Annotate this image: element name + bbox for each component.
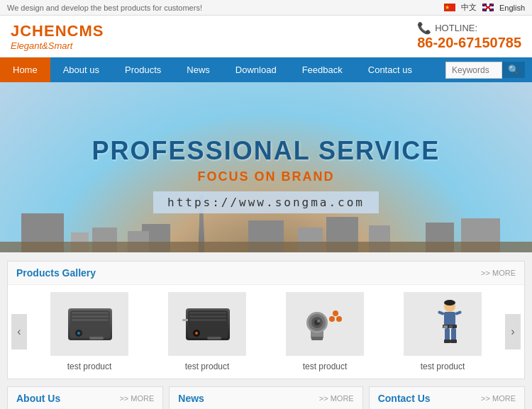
- nav-news[interactable]: News: [174, 57, 223, 82]
- hero-banner: PROFESSIONAL SERVICE FOCUS ON BRAND http…: [0, 82, 532, 252]
- phone-icon: 📞: [417, 21, 431, 35]
- svg-point-24: [329, 316, 335, 322]
- nav-download[interactable]: Download: [223, 57, 289, 82]
- product-label-3: test product: [279, 362, 371, 371]
- svg-rect-32: [438, 310, 445, 315]
- contact-us-section: Contact Us >> MORE: [369, 386, 525, 409]
- nav-contact[interactable]: Contact us: [355, 57, 425, 82]
- svg-rect-10: [189, 312, 226, 314]
- products-grid: test product: [27, 292, 505, 371]
- svg-point-23: [317, 320, 320, 323]
- svg-rect-31: [451, 328, 456, 341]
- product-label-4: test product: [397, 362, 489, 371]
- product-image-3: [286, 292, 364, 356]
- svg-rect-37: [450, 340, 457, 343]
- contact-us-title: Contact Us: [378, 393, 431, 404]
- news-title: News: [178, 393, 204, 404]
- svg-rect-16: [207, 337, 221, 340]
- product-item-4: test product: [397, 292, 489, 371]
- contact-us-header: Contact Us >> MORE: [370, 387, 524, 409]
- svg-point-6: [77, 332, 80, 335]
- hotline-label: 📞 HOTLINE:: [417, 21, 521, 35]
- flag-en-icon: [482, 4, 494, 11]
- bottom-sections: About Us >> MORE JchenCMS website system…: [7, 386, 525, 409]
- svg-point-38: [444, 300, 455, 306]
- news-section: News >> MORE The rise in oil prices stim…: [169, 386, 362, 409]
- language-switcher: 中文 English: [444, 2, 525, 13]
- lang-cn-button[interactable]: 中文: [461, 2, 477, 13]
- product-svg-1: [57, 298, 121, 351]
- search-area: 🔍: [438, 58, 532, 82]
- svg-rect-7: [89, 337, 104, 340]
- svg-rect-2: [72, 312, 109, 314]
- header: JCHENCMS Elegant&Smart 📞 HOTLINE: 86-20-…: [0, 16, 532, 57]
- nav-about[interactable]: About us: [50, 57, 112, 82]
- product-item-1: test product: [43, 292, 135, 371]
- contact-us-more-link[interactable]: >> MORE: [481, 394, 516, 403]
- svg-rect-35: [449, 325, 453, 328]
- products-gallery-title: Products Gallery: [16, 267, 96, 279]
- svg-rect-4: [72, 319, 109, 321]
- products-carousel: ‹: [8, 285, 524, 379]
- carousel-prev-button[interactable]: ‹: [11, 314, 27, 349]
- about-us-more-link[interactable]: >> MORE: [119, 394, 154, 403]
- search-button[interactable]: 🔍: [502, 62, 525, 78]
- carousel-next-button[interactable]: ›: [505, 314, 521, 349]
- nav-products[interactable]: Products: [112, 57, 174, 82]
- nav-home[interactable]: Home: [0, 57, 50, 82]
- svg-rect-30: [445, 328, 450, 341]
- tagline: We design and develop the best products …: [7, 4, 202, 12]
- product-image-1: [50, 292, 128, 356]
- main-content: Products Gallery >> MORE ‹: [0, 252, 532, 409]
- logo: JCHENCMS Elegant&Smart: [11, 22, 104, 51]
- svg-rect-36: [444, 340, 450, 343]
- about-us-section: About Us >> MORE JchenCMS website system…: [7, 386, 163, 409]
- product-svg-3: [293, 298, 357, 351]
- svg-rect-11: [189, 315, 226, 318]
- svg-rect-15: [182, 319, 188, 321]
- svg-point-14: [195, 332, 198, 335]
- product-image-2: [168, 292, 246, 356]
- main-nav: Home About us Products News Download Fee…: [0, 57, 532, 82]
- hotline-number: 86-20-67150785: [417, 35, 521, 51]
- product-item-2: test product: [161, 292, 253, 371]
- product-svg-2: [175, 298, 239, 351]
- product-item-3: test product: [279, 292, 371, 371]
- logo-subtitle: Elegant&Smart: [11, 40, 104, 51]
- top-bar: We design and develop the best products …: [0, 0, 532, 16]
- about-us-title: About Us: [16, 393, 60, 404]
- svg-rect-33: [455, 310, 462, 315]
- products-gallery-header: Products Gallery >> MORE: [8, 262, 524, 285]
- nav-feedback[interactable]: Feedback: [289, 57, 355, 82]
- about-us-header: About Us >> MORE: [8, 387, 162, 409]
- hero-subheadline: FOCUS ON BRAND: [198, 169, 335, 184]
- lang-en-button[interactable]: English: [499, 4, 525, 12]
- svg-point-26: [333, 310, 338, 316]
- svg-rect-3: [72, 315, 109, 318]
- product-svg-4: [411, 298, 475, 351]
- products-gallery-section: Products Gallery >> MORE ‹: [7, 261, 525, 379]
- svg-rect-18: [311, 337, 323, 340]
- svg-rect-12: [189, 319, 226, 321]
- flag-cn-icon: [444, 4, 455, 11]
- product-label-2: test product: [161, 362, 253, 371]
- hero-url: https://www.songma.com: [153, 191, 379, 213]
- hero-headline: PROFESSIONAL SERVICE: [92, 136, 440, 166]
- news-more-link[interactable]: >> MORE: [319, 394, 354, 403]
- hotline: 📞 HOTLINE: 86-20-67150785: [417, 21, 521, 51]
- news-header: News >> MORE: [170, 387, 362, 409]
- products-more-link[interactable]: >> MORE: [481, 269, 516, 277]
- search-input[interactable]: [445, 62, 502, 79]
- product-label-1: test product: [43, 362, 135, 371]
- logo-title: JCHENCMS: [11, 22, 104, 40]
- svg-rect-34: [443, 325, 448, 328]
- product-image-4: [404, 292, 482, 356]
- svg-point-25: [336, 316, 342, 322]
